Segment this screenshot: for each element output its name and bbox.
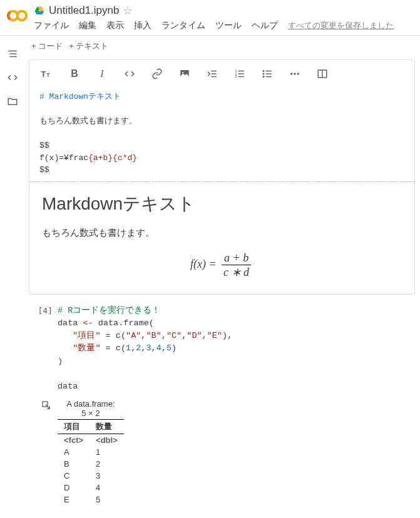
output-dim: 5 × 2 — [58, 409, 124, 418]
svg-text:3: 3 — [235, 74, 237, 78]
output-table: 項目 数量 <fct> <dbl> A1B2C3D4E5 — [58, 419, 124, 505]
table-row: B2 — [58, 458, 124, 470]
output-arrow-icon[interactable] — [29, 399, 58, 505]
indent-icon[interactable] — [205, 66, 220, 81]
drive-icon — [34, 5, 45, 16]
bold-icon[interactable]: B — [67, 66, 82, 81]
add-code-button[interactable]: + コード — [31, 41, 63, 52]
output-caption: A data.frame: — [58, 399, 124, 409]
colab-logo-icon — [6, 4, 29, 26]
table-row: C3 — [58, 470, 124, 482]
hr-icon[interactable] — [287, 66, 302, 81]
table-row: A1 — [58, 446, 124, 458]
image-icon[interactable] — [177, 66, 192, 81]
code-snippets-icon[interactable] — [7, 72, 18, 83]
table-row: E5 — [58, 494, 124, 505]
save-status[interactable]: すべての変更を保存しました — [288, 20, 394, 31]
table-row: D4 — [58, 482, 124, 494]
bulleted-list-icon[interactable] — [260, 66, 275, 81]
link-icon[interactable] — [150, 66, 165, 81]
menu-help[interactable]: ヘルプ — [252, 20, 278, 31]
menu-tools[interactable]: ツール — [215, 20, 242, 31]
svg-point-10 — [182, 72, 183, 73]
svg-rect-27 — [294, 73, 296, 75]
svg-rect-26 — [290, 73, 292, 75]
star-icon[interactable]: ☆ — [123, 4, 133, 18]
code-icon[interactable] — [122, 66, 137, 81]
toc-icon[interactable] — [7, 48, 18, 59]
menu-insert[interactable]: 挿入 — [134, 20, 151, 31]
svg-point-24 — [263, 73, 264, 74]
col-header: 項目 — [58, 420, 90, 434]
text-size-icon[interactable]: TT — [39, 66, 54, 81]
svg-text:T: T — [46, 72, 50, 78]
svg-point-25 — [263, 76, 264, 78]
menu-view[interactable]: 表示 — [106, 20, 124, 31]
svg-point-23 — [263, 71, 264, 72]
preview-icon[interactable] — [315, 66, 330, 81]
add-cell-bar: + コード + テキスト — [29, 38, 420, 59]
preview-heading: Markdownテキスト — [42, 192, 402, 216]
menu-file[interactable]: ファイル — [34, 20, 69, 31]
svg-text:T: T — [41, 69, 46, 79]
cell-output: A data.frame: 5 × 2 項目 数量 <fct> <dbl> A1… — [29, 399, 420, 505]
code-editor[interactable]: # Rコードを実行できる！ data <- data.frame( "項目" =… — [58, 305, 415, 394]
numbered-list-icon[interactable]: 123 — [232, 66, 247, 81]
menu-edit[interactable]: 編集 — [79, 20, 96, 31]
col-type: <dbl> — [90, 434, 124, 447]
markdown-toolbar: TT B I 123 — [29, 60, 414, 88]
markdown-preview: Markdownテキスト もちろん数式も書けます。 f(x) = a + b c… — [29, 182, 414, 294]
preview-paragraph: もちろん数式も書けます。 — [42, 227, 402, 239]
app-header: Untitled1.ipynb ☆ ファイル 編集 表示 挿入 ランタイム ツー… — [0, 0, 420, 35]
notebook-title[interactable]: Untitled1.ipynb — [49, 4, 119, 17]
files-icon[interactable] — [7, 96, 18, 107]
svg-rect-28 — [297, 73, 299, 75]
menu-runtime[interactable]: ランタイム — [161, 20, 205, 31]
italic-icon[interactable]: I — [95, 66, 110, 81]
add-text-button[interactable]: + テキスト — [69, 41, 108, 52]
menu-bar: ファイル 編集 表示 挿入 ランタイム ツール ヘルプ すべての変更を保存しまし… — [34, 20, 414, 34]
preview-formula: f(x) = a + b c ∗ d — [42, 251, 402, 279]
cell-prompt[interactable]: [4] — [29, 305, 58, 394]
markdown-editor[interactable]: # Markdownテキスト もちろん数式も書けます。 $$ f(x)=¥fra… — [29, 88, 414, 182]
col-type: <fct> — [58, 434, 90, 447]
markdown-cell[interactable]: TT B I 123 # Markdownテキスト もちろん数式も書けます。 $… — [29, 59, 415, 295]
left-sidebar — [0, 36, 25, 505]
col-header: 数量 — [90, 420, 124, 434]
code-cell[interactable]: [4] # Rコードを実行できる！ data <- data.frame( "項… — [29, 305, 420, 400]
